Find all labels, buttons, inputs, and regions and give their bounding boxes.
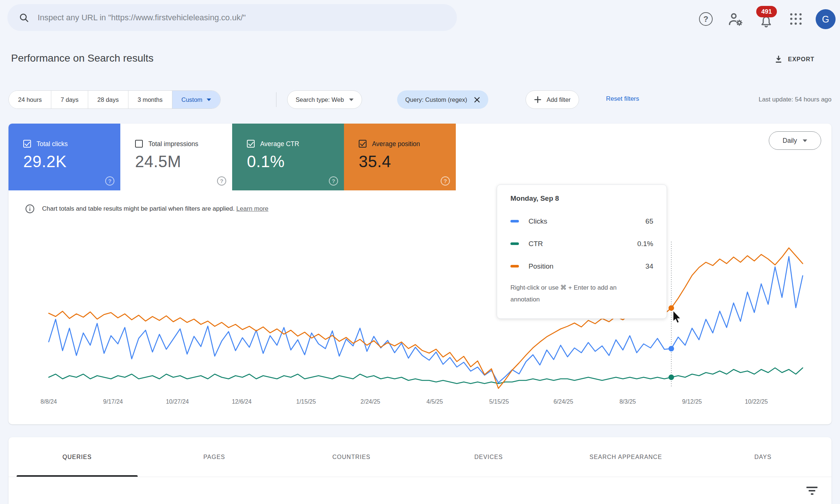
url-inspect-searchbar[interactable]: Inspect any URL in "https://www.firstveh…	[7, 4, 457, 31]
notification-count-badge: 491	[756, 6, 777, 17]
metric-card[interactable]: Total clicks 29.2K ?	[8, 124, 120, 190]
x-axis-labels: 8/8/249/17/2410/27/2412/6/241/15/252/24/…	[0, 398, 840, 409]
tooltip-date: Monday, Sep 8	[510, 194, 653, 203]
last-update-text: Last update: 54 hours ago	[758, 96, 832, 103]
x-axis-label: 2/24/25	[361, 398, 380, 405]
clicks-legend-dash-icon	[510, 220, 519, 222]
checkbox-icon	[247, 140, 255, 148]
query-filter-chip[interactable]: Query: Custom (regex)	[397, 90, 488, 109]
checkbox-icon	[135, 140, 143, 148]
x-axis-label: 9/12/25	[682, 398, 702, 405]
tooltip-row: CTR 0.1%	[510, 232, 653, 255]
date-range-custom[interactable]: Custom	[172, 91, 221, 108]
search-icon	[18, 12, 30, 23]
chart-tooltip: Monday, Sep 8 Clicks 65 CTR 0.1% Positio…	[497, 184, 667, 319]
help-button[interactable]: ?	[699, 12, 713, 26]
metric-value: 29.2K	[23, 152, 66, 171]
notice-text: Chart totals and table results might be …	[42, 205, 235, 212]
filter-divider	[276, 92, 276, 107]
chevron-down-icon	[207, 99, 211, 101]
tooltip-row: Clicks 65	[510, 210, 653, 232]
annotation-hint: Right-click or use ⌘ + Enter to add an a…	[510, 282, 638, 305]
question-mark-icon: ?	[703, 14, 708, 24]
info-icon	[25, 204, 35, 214]
chart-plot-area[interactable]	[42, 352, 832, 504]
x-axis-label: 12/6/24	[232, 398, 251, 405]
metric-value: 0.1%	[247, 152, 285, 171]
tooltip-row: Position 34	[510, 255, 653, 277]
x-axis-label: 6/24/25	[554, 398, 573, 405]
partial-data-notice: Chart totals and table results might be …	[25, 204, 268, 214]
x-axis-label: 4/5/25	[427, 398, 443, 405]
x-axis-label: 1/15/25	[296, 398, 316, 405]
x-axis-label: 8/8/24	[41, 398, 57, 405]
date-range-28-days[interactable]: 28 days	[88, 91, 128, 108]
date-range-24-hours[interactable]: 24 hours	[9, 91, 51, 108]
plus-icon	[534, 96, 541, 103]
x-axis-label: 5/15/25	[489, 398, 509, 405]
user-gear-icon	[727, 11, 744, 28]
apps-grid-button[interactable]	[790, 13, 802, 25]
chevron-down-icon	[349, 99, 354, 101]
x-axis-label: 9/17/24	[103, 398, 123, 405]
metric-help-icon[interactable]: ?	[217, 176, 226, 186]
close-icon[interactable]	[474, 97, 480, 103]
metric-help-icon[interactable]: ?	[441, 176, 450, 186]
export-button[interactable]: EXPORT	[774, 54, 815, 64]
grid-dot-icon	[790, 13, 792, 15]
x-axis-label: 10/27/24	[166, 398, 189, 405]
ctr-legend-dash-icon	[510, 242, 519, 245]
search-type-filter-chip[interactable]: Search type: Web	[287, 90, 362, 109]
chevron-down-icon	[803, 139, 807, 142]
reset-filters-link[interactable]: Reset filters	[606, 95, 639, 103]
metric-label: Total clicks	[37, 140, 68, 148]
position-legend-dash-icon	[510, 265, 519, 267]
user-settings-button[interactable]	[727, 11, 744, 28]
metric-card[interactable]: Total impressions 24.5M ?	[120, 124, 232, 190]
x-axis-label: 10/22/25	[745, 398, 768, 405]
add-filter-button[interactable]: Add filter	[526, 90, 579, 109]
metric-label: Total impressions	[148, 140, 198, 148]
page-title: Performance on Search results	[11, 52, 154, 64]
metric-help-icon[interactable]: ?	[105, 176, 114, 186]
search-placeholder: Inspect any URL in "https://www.firstveh…	[38, 13, 246, 23]
avatar[interactable]: G	[816, 9, 836, 29]
date-range-3-months[interactable]: 3 months	[128, 91, 172, 108]
metric-value: 24.5M	[135, 152, 181, 171]
date-range-7-days[interactable]: 7 days	[51, 91, 88, 108]
metric-card[interactable]: Average position 35.4 ?	[344, 124, 456, 190]
granularity-dropdown[interactable]: Daily	[769, 131, 821, 150]
metric-value: 35.4	[359, 152, 391, 171]
download-icon	[774, 54, 784, 64]
learn-more-link[interactable]: Learn more	[236, 205, 268, 212]
metric-help-icon[interactable]: ?	[329, 176, 338, 186]
date-range-selector: 24 hours 7 days 28 days 3 months Custom	[8, 90, 221, 109]
metric-label: Average CTR	[260, 140, 299, 148]
metric-card[interactable]: Average CTR 0.1% ?	[232, 124, 344, 190]
performance-chart-card: Total clicks 29.2K ? Total impressions 2…	[8, 124, 832, 424]
checkbox-icon	[23, 140, 31, 148]
x-axis-label: 8/3/25	[619, 398, 636, 405]
metric-label: Average position	[372, 140, 420, 148]
checkbox-icon	[359, 140, 366, 148]
